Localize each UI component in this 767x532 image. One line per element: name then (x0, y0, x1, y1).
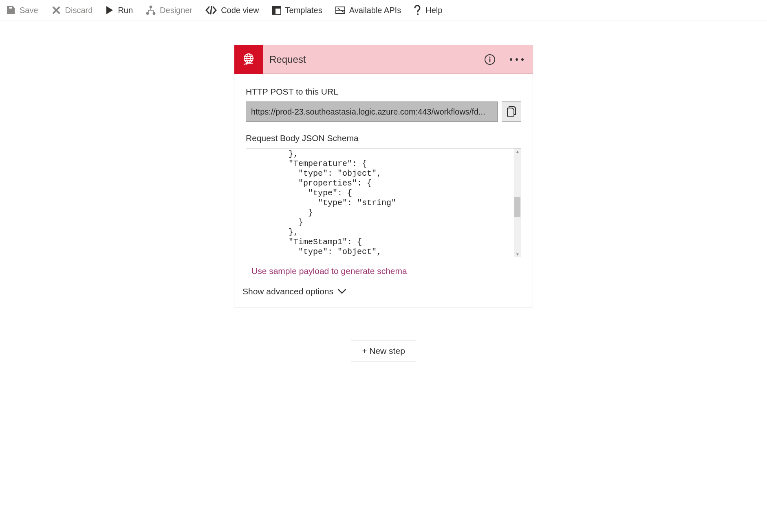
svg-rect-6 (273, 9, 276, 14)
request-card-title: Request (263, 54, 484, 65)
scroll-thumb[interactable] (514, 197, 520, 217)
available-apis-label: Available APIs (349, 6, 401, 14)
help-button[interactable]: Help (414, 5, 442, 15)
request-card: Request HTTP POST to this URL (234, 45, 533, 307)
svg-point-2 (147, 12, 149, 14)
request-card-header: Request (234, 45, 533, 74)
run-button[interactable]: Run (106, 6, 133, 15)
designer-label: Designer (160, 6, 192, 14)
info-icon[interactable] (484, 53, 496, 66)
save-button[interactable]: Save (6, 5, 38, 15)
api-icon (335, 6, 345, 15)
scroll-down-icon[interactable]: ▾ (516, 251, 519, 257)
templates-label: Templates (285, 6, 322, 14)
copy-icon (506, 105, 517, 119)
designer-canvas: Request HTTP POST to this URL (0, 20, 767, 362)
available-apis-button[interactable]: Available APIs (335, 6, 401, 15)
help-label: Help (425, 6, 442, 14)
schema-textarea[interactable]: }, "Temperature": { "type": "object", "p… (246, 148, 521, 257)
svg-point-3 (153, 12, 155, 14)
designer-icon (146, 5, 156, 15)
schema-scrollbar[interactable]: ▴ ▾ (514, 148, 521, 257)
save-icon (6, 5, 15, 15)
request-connector-icon (234, 45, 263, 74)
copy-url-button[interactable] (502, 102, 521, 122)
schema-content: }, "Temperature": { "type": "object", "p… (246, 148, 521, 257)
card-menu-ellipsis-icon[interactable] (510, 58, 524, 61)
svg-marker-0 (106, 6, 113, 14)
save-label: Save (20, 6, 38, 14)
code-view-icon (205, 6, 217, 15)
toolbar: Save Discard Run Designer (0, 0, 767, 20)
chevron-down-icon (337, 289, 346, 294)
run-label: Run (118, 6, 133, 14)
use-sample-payload-link[interactable]: Use sample payload to generate schema (251, 266, 407, 276)
svg-rect-5 (273, 6, 281, 9)
templates-icon (272, 6, 281, 15)
discard-button[interactable]: Discard (51, 5, 93, 15)
svg-rect-13 (489, 58, 491, 62)
help-icon (414, 5, 421, 15)
svg-point-12 (489, 56, 490, 57)
discard-icon (51, 5, 61, 15)
scroll-up-icon[interactable]: ▴ (516, 148, 519, 154)
new-step-button[interactable]: + New step (351, 340, 416, 362)
http-url-field[interactable]: https://prod-23.southeastasia.logic.azur… (246, 102, 498, 122)
advanced-options-label: Show advanced options (242, 287, 333, 296)
templates-button[interactable]: Templates (272, 6, 322, 15)
http-url-label: HTTP POST to this URL (246, 87, 521, 97)
code-view-button[interactable]: Code view (205, 6, 259, 15)
show-advanced-options-toggle[interactable]: Show advanced options (242, 287, 521, 296)
play-icon (106, 6, 114, 15)
designer-button[interactable]: Designer (146, 5, 192, 15)
discard-label: Discard (65, 6, 93, 14)
svg-point-1 (150, 6, 152, 8)
svg-point-8 (417, 13, 419, 15)
code-view-label: Code view (221, 6, 259, 14)
schema-label: Request Body JSON Schema (246, 133, 521, 143)
